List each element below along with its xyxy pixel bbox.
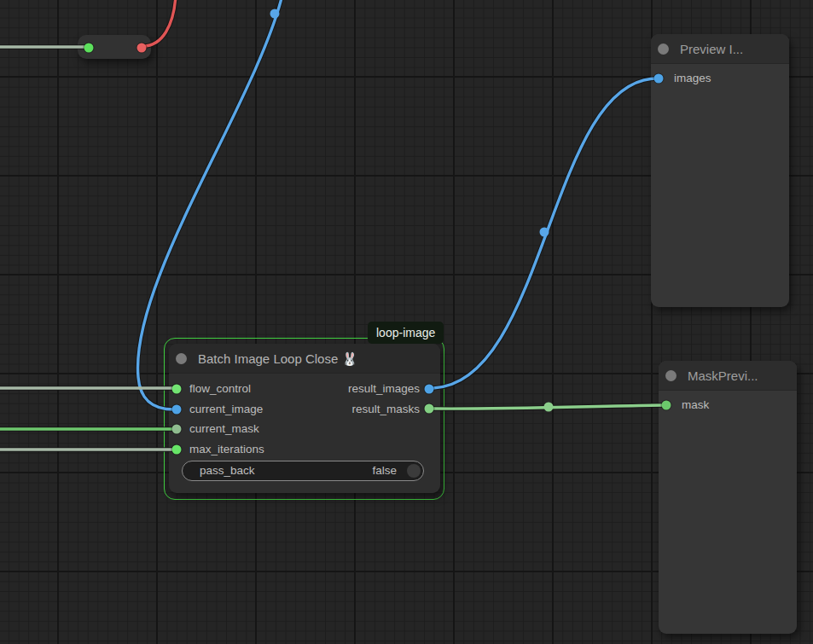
output-row-result-images: result_images bbox=[348, 380, 420, 397]
node-tag-loop-image: loop-image bbox=[368, 322, 444, 344]
input-label: mask bbox=[682, 398, 709, 411]
node-mask-preview[interactable]: MaskPrevi... mask bbox=[659, 361, 797, 634]
link-result-images-to-preview bbox=[431, 78, 657, 388]
collapse-dot-icon[interactable] bbox=[176, 353, 187, 364]
input-row-mask: mask bbox=[682, 397, 709, 414]
input-label: images bbox=[674, 72, 711, 84]
input-label: max_iterations bbox=[189, 443, 264, 455]
widget-pass-back[interactable]: pass_back false bbox=[182, 461, 424, 481]
collapse-dot-icon[interactable] bbox=[658, 44, 669, 55]
port-current-mask[interactable] bbox=[172, 425, 182, 434]
input-row-max-iterations: max_iterations bbox=[189, 441, 264, 458]
input-label: flow_control bbox=[189, 382, 251, 395]
input-row-images: images bbox=[674, 70, 711, 87]
port-flow-control[interactable] bbox=[172, 384, 182, 393]
input-row-current-image: current_image bbox=[189, 401, 263, 418]
collapse-dot-icon[interactable] bbox=[665, 370, 677, 381]
widget-value: false bbox=[372, 461, 397, 480]
link-result-masks-to-mask-preview bbox=[431, 405, 665, 409]
node-title: Preview I... bbox=[680, 42, 743, 56]
port-result-masks[interactable] bbox=[425, 404, 434, 414]
widget-label: pass_back bbox=[200, 461, 255, 480]
port-result-images[interactable] bbox=[425, 384, 434, 393]
toggle-knob-icon[interactable] bbox=[407, 464, 421, 478]
node-title: MaskPrevi... bbox=[688, 368, 758, 383]
link-midpoint-dot[interactable] bbox=[544, 403, 554, 412]
link-midpoint-dot[interactable] bbox=[270, 9, 280, 19]
node-title: Batch Image Loop Close 🐰 bbox=[198, 351, 357, 367]
port-collapsed-output[interactable] bbox=[137, 43, 147, 52]
input-label: current_mask bbox=[189, 422, 259, 435]
port-images[interactable] bbox=[654, 73, 664, 83]
node-title-bar[interactable]: Batch Image Loop Close 🐰 bbox=[169, 344, 440, 374]
port-mask[interactable] bbox=[662, 401, 671, 410]
output-label: result_masks bbox=[351, 403, 420, 415]
input-row-current-mask: current_mask bbox=[189, 421, 259, 438]
link-midpoint-dot[interactable] bbox=[540, 228, 549, 237]
node-preview-image[interactable]: Preview I... images bbox=[651, 34, 789, 307]
port-current-image[interactable] bbox=[172, 404, 182, 414]
node-batch-image-loop-close[interactable]: Batch Image Loop Close 🐰 flow_control cu… bbox=[169, 344, 440, 493]
node-title-bar[interactable]: Preview I... bbox=[651, 34, 789, 64]
output-label: result_images bbox=[348, 382, 420, 395]
input-row-flow-control: flow_control bbox=[189, 380, 251, 397]
input-label: current_image bbox=[189, 403, 263, 415]
node-title-bar[interactable]: MaskPrevi... bbox=[659, 361, 797, 391]
output-row-result-masks: result_masks bbox=[351, 401, 420, 418]
node-editor-canvas[interactable]: Batch Image Loop Close 🐰 flow_control cu… bbox=[0, 0, 813, 644]
port-max-iterations[interactable] bbox=[172, 445, 182, 455]
port-collapsed-input[interactable] bbox=[84, 43, 94, 52]
